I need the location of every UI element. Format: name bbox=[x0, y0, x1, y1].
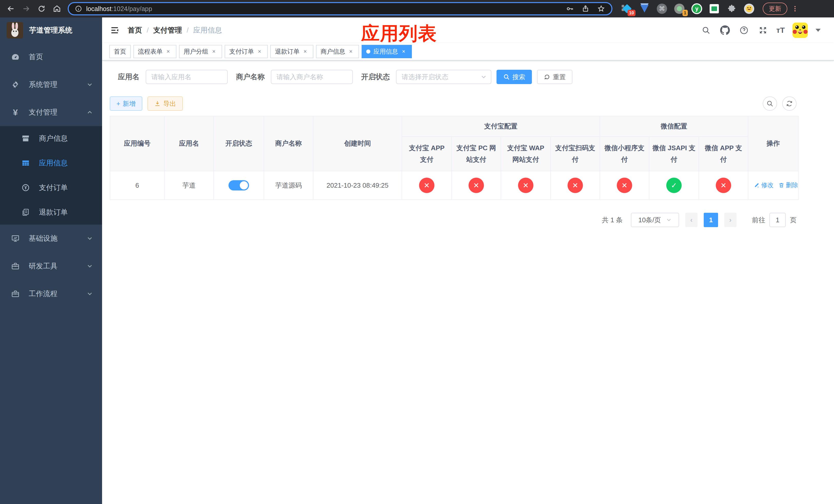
sidebar-item-payment[interactable]: ¥ 支付管理 bbox=[0, 98, 102, 126]
close-icon[interactable]: × bbox=[164, 48, 172, 55]
col-header-alipay-qr: 支付宝扫码支付 bbox=[551, 137, 600, 171]
app-title: 芋道管理系统 bbox=[29, 25, 72, 35]
user-avatar[interactable] bbox=[792, 23, 808, 38]
sidebar-logo[interactable]: 芋道管理系统 bbox=[0, 18, 102, 43]
close-icon[interactable]: × bbox=[210, 48, 218, 55]
help-icon[interactable] bbox=[738, 25, 750, 36]
sidebar-item-app-info[interactable]: 应用信息 bbox=[0, 151, 102, 175]
col-header-wx-mini: 微信小程序支付 bbox=[600, 137, 649, 171]
tag-user-group[interactable]: 用户分组× bbox=[179, 45, 222, 58]
tag-home[interactable]: 首页 bbox=[109, 45, 131, 58]
browser-toolbar: localhost:1024/pay/app 10 ⌘ bbox=[0, 0, 834, 18]
browser-forward-button[interactable] bbox=[20, 2, 33, 15]
tag-pay-orders[interactable]: 支付订单× bbox=[225, 45, 268, 58]
tag-refund-orders[interactable]: 退款订单× bbox=[270, 45, 313, 58]
browser-menu-button[interactable] bbox=[791, 5, 798, 13]
browser-update-button[interactable]: 更新 bbox=[763, 3, 787, 15]
next-page-button[interactable]: › bbox=[724, 213, 737, 227]
sidebar-item-infrastructure[interactable]: 基础设施 bbox=[0, 225, 102, 252]
password-key-icon[interactable] bbox=[566, 5, 574, 13]
browser-back-button[interactable] bbox=[4, 2, 18, 15]
sidebar-fold-icon[interactable] bbox=[102, 18, 127, 43]
bookmark-star-icon[interactable] bbox=[597, 5, 605, 13]
goto-page-input[interactable] bbox=[769, 213, 786, 227]
sidebar-item-system[interactable]: 系统管理 bbox=[0, 71, 102, 98]
close-icon[interactable]: × bbox=[400, 48, 407, 55]
delete-link[interactable]: 删除 bbox=[778, 181, 798, 189]
sidebar-item-label: 基础设施 bbox=[29, 233, 58, 243]
sidebar-item-workflow[interactable]: 工作流程 bbox=[0, 280, 102, 307]
breadcrumb-home[interactable]: 首页 bbox=[128, 25, 142, 35]
tag-process-form[interactable]: 流程表单× bbox=[133, 45, 176, 58]
address-bar[interactable]: localhost:1024/pay/app bbox=[68, 2, 612, 15]
sidebar-item-refund-orders[interactable]: 退款订单 bbox=[0, 200, 102, 225]
close-icon[interactable]: × bbox=[302, 48, 309, 55]
browser-home-button[interactable] bbox=[50, 2, 64, 15]
tag-merchant-info[interactable]: 商户信息× bbox=[316, 45, 359, 58]
sidebar-item-merchant-info[interactable]: 商户信息 bbox=[0, 126, 102, 151]
col-header-wx-app: 微信 APP 支付 bbox=[699, 137, 748, 171]
app-name-input[interactable] bbox=[146, 70, 228, 84]
extension-tabs-icon[interactable]: 10 bbox=[622, 3, 632, 14]
briefcase-icon bbox=[11, 290, 20, 298]
page-content: 应用名 商户名称 开启状态 请选择开启状态 搜索 bbox=[102, 61, 834, 504]
tags-view-bar: 首页 流程表单× 用户分组× 支付订单× 退款订单× 商户信息× 应用信息× bbox=[102, 43, 834, 61]
page-1-button[interactable]: 1 bbox=[704, 213, 718, 227]
pagination-total: 共 1 条 bbox=[602, 215, 623, 225]
reset-button[interactable]: 重置 bbox=[537, 70, 572, 84]
cell-app-id: 6 bbox=[110, 171, 164, 200]
tag-app-info[interactable]: 应用信息× bbox=[361, 45, 412, 58]
group-header-wechat: 微信配置 bbox=[600, 116, 748, 137]
page-size-select[interactable]: 10条/页 bbox=[631, 213, 679, 227]
breadcrumb-payment[interactable]: 支付管理 bbox=[153, 25, 182, 35]
extension-gem-icon[interactable] bbox=[639, 3, 650, 14]
dashboard-icon bbox=[11, 52, 20, 61]
status-badge-wx-app: ✕ bbox=[716, 178, 731, 193]
browser-reload-button[interactable] bbox=[35, 2, 48, 15]
extension-y-icon[interactable]: y bbox=[692, 3, 702, 14]
avatar-caret-icon[interactable] bbox=[815, 29, 821, 35]
prev-page-button[interactable]: ‹ bbox=[685, 213, 698, 227]
add-button[interactable]: + 新增 bbox=[110, 96, 142, 111]
app-enabled-switch[interactable] bbox=[228, 180, 249, 190]
toggle-search-button[interactable] bbox=[763, 96, 777, 111]
sidebar-item-home[interactable]: 首页 bbox=[0, 43, 102, 71]
sidebar-item-dev-tools[interactable]: 研发工具 bbox=[0, 252, 102, 280]
status-select[interactable]: 请选择开启状态 bbox=[396, 70, 491, 84]
sidebar-item-pay-orders[interactable]: 支付订单 bbox=[0, 175, 102, 200]
col-header-app-id: 应用编号 bbox=[110, 116, 164, 171]
share-icon[interactable] bbox=[581, 5, 589, 13]
github-icon[interactable] bbox=[719, 25, 731, 36]
header-search-icon[interactable] bbox=[700, 25, 712, 36]
site-info-icon[interactable] bbox=[75, 5, 82, 12]
sidebar-item-label: 支付订单 bbox=[39, 183, 68, 192]
extension-session-icon[interactable]: 1 bbox=[674, 3, 685, 14]
grid-table-icon bbox=[21, 159, 30, 167]
col-header-alipay-pc: 支付宝 PC 网站支付 bbox=[452, 137, 501, 171]
close-icon[interactable]: × bbox=[347, 48, 354, 55]
font-size-icon[interactable]: тT bbox=[776, 26, 785, 35]
close-icon[interactable]: × bbox=[256, 48, 263, 55]
merchant-name-label: 商户名称 bbox=[236, 72, 265, 82]
table-row: 6 芋道 芋道源码 2021-10-23 08:49:25 ✕ ✕ ✕ ✕ ✕ … bbox=[110, 171, 798, 200]
merchant-name-input[interactable] bbox=[271, 70, 353, 84]
search-button[interactable]: 搜索 bbox=[497, 70, 532, 84]
extension-badge: 10 bbox=[628, 10, 636, 16]
breadcrumb-current: 应用信息 bbox=[193, 25, 222, 35]
export-button[interactable]: 导出 bbox=[148, 96, 183, 111]
edit-link[interactable]: 修改 bbox=[754, 181, 773, 189]
extension-badge: 1 bbox=[682, 10, 688, 16]
top-navbar: 首页 / 支付管理 / 应用信息 bbox=[102, 18, 834, 43]
chevron-down-icon bbox=[87, 82, 93, 88]
breadcrumb: 首页 / 支付管理 / 应用信息 bbox=[128, 25, 222, 35]
browser-profile-avatar[interactable] bbox=[744, 3, 754, 14]
extensions-puzzle-icon[interactable] bbox=[726, 3, 737, 14]
extension-command-icon[interactable]: ⌘ bbox=[657, 3, 667, 14]
refresh-button[interactable] bbox=[782, 96, 796, 111]
sidebar-item-label: 退款订单 bbox=[39, 207, 68, 217]
toolbox-icon bbox=[11, 262, 20, 271]
fullscreen-icon[interactable] bbox=[757, 25, 769, 36]
extension-chat-icon[interactable] bbox=[709, 3, 720, 14]
sidebar-item-label: 首页 bbox=[29, 52, 43, 62]
sidebar-item-label: 工作流程 bbox=[29, 289, 58, 299]
